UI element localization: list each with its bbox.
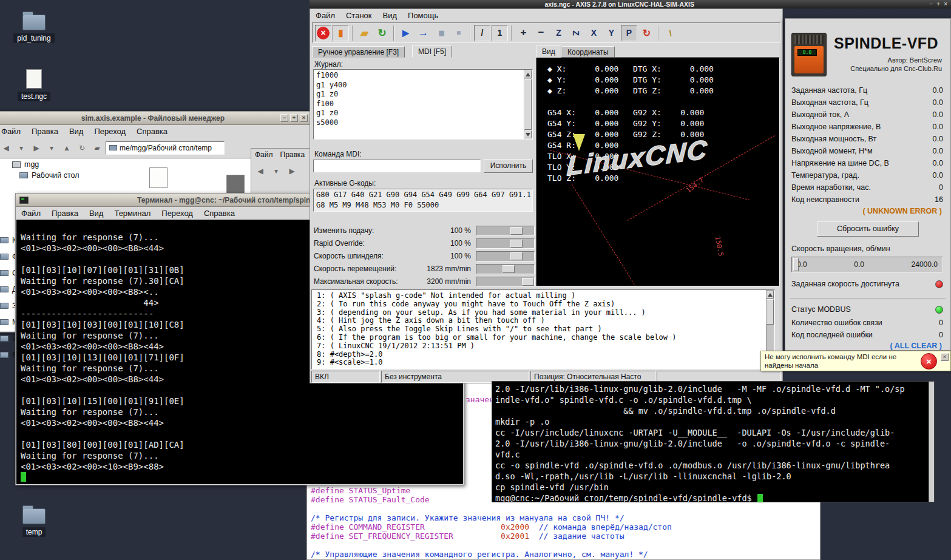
- skip-lines-button[interactable]: /: [474, 25, 490, 41]
- tool-cone-icon: [573, 134, 585, 151]
- slider-handle[interactable]: [510, 240, 523, 248]
- tab-preview[interactable]: Вид: [536, 46, 561, 58]
- menu-item[interactable]: Правка: [46, 207, 84, 219]
- estop-button[interactable]: ×: [315, 25, 331, 41]
- file-icon[interactable]: [226, 175, 245, 195]
- gcode-listing[interactable]: 1: ( AXIS "splash g-code" Not intended f…: [311, 289, 775, 369]
- desktop-icon-test-ngc[interactable]: test.ngc: [8, 69, 59, 101]
- menu-item[interactable]: Файл: [16, 207, 46, 219]
- mdi-execute-button[interactable]: Исполнить: [484, 159, 533, 173]
- menu-item[interactable]: Файл: [310, 10, 340, 21]
- back-button[interactable]: ◀: [0, 141, 13, 155]
- menu-item[interactable]: Правка: [26, 126, 64, 137]
- menu-item[interactable]: Справка: [131, 126, 173, 137]
- rotate-button[interactable]: ↻: [638, 25, 655, 41]
- menu-item[interactable]: Терминал: [109, 207, 156, 219]
- folder-icon: [22, 508, 46, 524]
- zoom-out-button[interactable]: −: [533, 25, 549, 41]
- vfd-at-speed-row: Заданная скорость достигнута: [791, 280, 943, 288]
- home-button[interactable]: ▰: [90, 141, 104, 155]
- back-dropdown[interactable]: ▾: [269, 164, 283, 178]
- build-terminal-window[interactable]: 2.0 -I/usr/lib/i386-linux-gnu/glib-2.0/i…: [492, 381, 935, 502]
- slider-handle[interactable]: [510, 227, 523, 235]
- zoom-in-button[interactable]: +: [515, 25, 532, 41]
- vfd-param-label: Выходной момент, Н*м: [791, 147, 872, 155]
- separator: [511, 25, 512, 41]
- scrollbar[interactable]: [929, 382, 934, 502]
- vfd-param-label: Выходная мощность, Вт: [791, 135, 876, 143]
- maximize-button[interactable]: +: [936, 1, 940, 8]
- clear-plot-button[interactable]: \: [662, 25, 679, 41]
- file-icon[interactable]: [149, 167, 168, 188]
- scrollbar-thumb[interactable]: [524, 79, 532, 130]
- desktop-icon-temp[interactable]: temp: [8, 505, 59, 537]
- vfd-param-row: Температура, град. 0.0: [791, 169, 943, 181]
- menu-item[interactable]: Переход: [156, 207, 198, 219]
- forward-button[interactable]: ▶: [30, 141, 43, 155]
- vfd-reset-error-button[interactable]: Сбросить ошибку: [817, 221, 919, 237]
- view-z2-button[interactable]: Z: [568, 25, 584, 41]
- rapid-override-slider[interactable]: [476, 238, 535, 249]
- close-button[interactable]: ×: [944, 1, 947, 8]
- axis-titlebar[interactable]: axis.ngc - AXIS 2.7.8 on LinuxCNC-HAL-SI…: [310, 0, 951, 8]
- menu-item[interactable]: Станок: [340, 10, 377, 21]
- open-file-button[interactable]: ▰: [356, 25, 373, 41]
- preview-area[interactable]: ◆ X: 0.000 DTG X: 0.000 ◆ Y: 0.000 DTG Y…: [536, 57, 780, 286]
- scrollbar-thumb[interactable]: [767, 299, 774, 325]
- mdi-command-input[interactable]: [313, 160, 481, 172]
- back-dropdown[interactable]: ▾: [15, 141, 28, 155]
- menu-item[interactable]: Переход: [89, 126, 131, 137]
- refresh-button[interactable]: ↻: [75, 141, 89, 155]
- slider-handle[interactable]: [522, 278, 534, 286]
- view-z-button[interactable]: Z: [550, 25, 567, 41]
- close-button[interactable]: ×: [300, 114, 308, 122]
- menu-item[interactable]: Справка: [198, 207, 240, 219]
- path-bar[interactable]: me/mgg/Рабочий стол/temp: [106, 141, 225, 155]
- scroll-up-button[interactable]: [767, 291, 774, 299]
- power-button[interactable]: ▮: [333, 25, 349, 41]
- up-button[interactable]: ▲: [60, 141, 73, 155]
- view-x-button[interactable]: X: [586, 25, 602, 41]
- vfd-param-row: Заданная частота, Гц 0.0: [791, 84, 943, 96]
- menu-item[interactable]: Помощь: [402, 10, 444, 21]
- jog-speed-slider[interactable]: [476, 264, 535, 274]
- file-manager-titlebar[interactable]: sim.axis.example - Файловый менеджер − +…: [0, 112, 310, 125]
- max-velocity-slider[interactable]: [476, 277, 535, 287]
- minimize-button[interactable]: −: [280, 114, 288, 122]
- scroll-up-button[interactable]: [524, 70, 532, 78]
- desktop-icon-pid-tuning[interactable]: pid_tuning: [8, 11, 59, 43]
- back-button[interactable]: ◀: [254, 164, 267, 178]
- stop-button[interactable]: ■: [450, 25, 467, 41]
- reload-button[interactable]: ↻: [374, 25, 390, 41]
- forward-button[interactable]: ▶: [285, 164, 299, 178]
- mdi-history-list[interactable]: f1000 g1 y400 g1 z0 f100 g1 z0 s5000: [313, 69, 533, 140]
- tab-manual-control[interactable]: Ручное управление [F3]: [312, 46, 405, 58]
- minimize-button[interactable]: −: [929, 1, 933, 8]
- menu-item[interactable]: Файл: [251, 149, 277, 160]
- slider-handle[interactable]: [793, 258, 799, 271]
- step-button[interactable]: →: [415, 25, 432, 41]
- slider-handle[interactable]: [510, 252, 523, 260]
- pause-button[interactable]: ▮▮: [433, 25, 449, 41]
- vfd-param-label: Выходной ток, А: [791, 110, 849, 119]
- run-button[interactable]: ▶: [398, 25, 414, 41]
- menu-item[interactable]: Вид: [84, 207, 109, 219]
- feed-override-slider[interactable]: [476, 226, 535, 236]
- menu-item[interactable]: Файл: [0, 126, 26, 137]
- vfd-speed-slider[interactable]: 0.0 0.0 24000.0: [791, 257, 943, 272]
- menu-item[interactable]: Правка: [277, 149, 309, 160]
- view-p-button[interactable]: P: [621, 25, 637, 41]
- slider-handle[interactable]: [503, 265, 515, 273]
- menu-item[interactable]: Вид: [377, 10, 403, 21]
- vfd-subtitle: Специально для Cnc-Club.Ru: [850, 65, 942, 72]
- tab-dro[interactable]: Координаты: [561, 46, 615, 58]
- view-y-button[interactable]: Y: [603, 25, 620, 41]
- menu-item[interactable]: Вид: [64, 126, 89, 137]
- maximize-button[interactable]: +: [290, 114, 298, 122]
- scroll-down-button[interactable]: [524, 130, 532, 138]
- forward-dropdown[interactable]: ▾: [45, 141, 58, 155]
- optional-pause-button[interactable]: 1: [492, 25, 508, 41]
- tooltip-close-button[interactable]: ×: [941, 353, 949, 361]
- spindle-override-slider[interactable]: [476, 251, 535, 261]
- tab-mdi[interactable]: MDI [F5]: [412, 46, 452, 58]
